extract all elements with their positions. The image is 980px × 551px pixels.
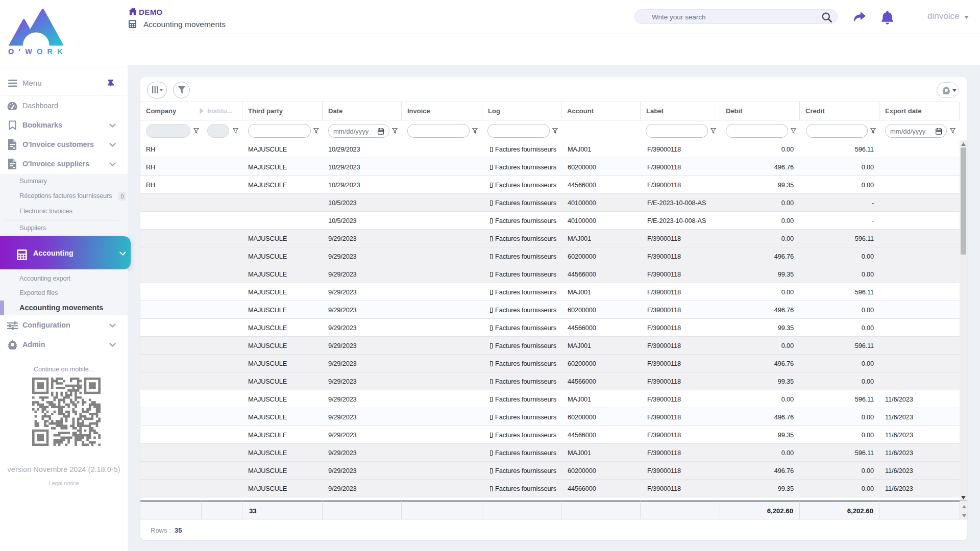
svg-text:O'WORK: O'WORK (8, 47, 67, 56)
